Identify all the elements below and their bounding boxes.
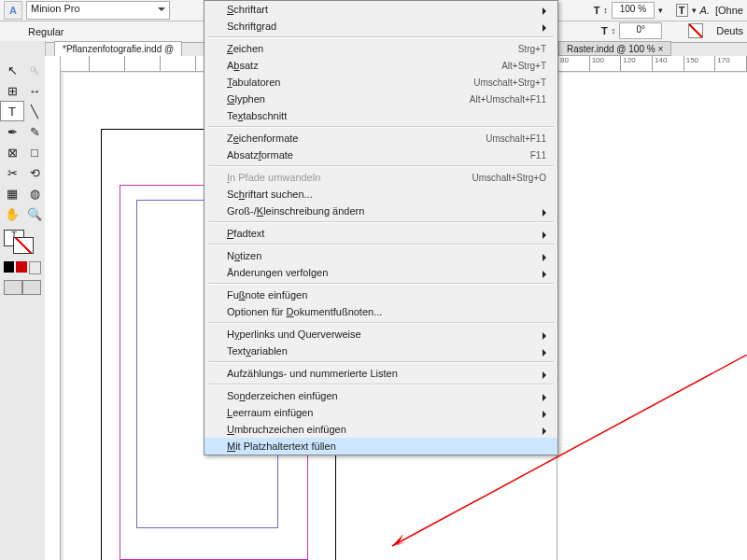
a-icon[interactable]: A bbox=[4, 1, 22, 20]
t-icon-2: T bbox=[601, 25, 608, 36]
rectangle-frame-tool[interactable]: ⊠ bbox=[0, 142, 24, 162]
right-controls-1: T ↕ 100 % ▾ T ▾ A. [Ohne bbox=[590, 0, 747, 21]
hand-tool[interactable]: ✋ bbox=[0, 203, 24, 224]
line-tool[interactable]: ╲ bbox=[22, 101, 47, 121]
menu-platzhaltertext[interactable]: Mit Platzhaltertext füllen bbox=[204, 438, 557, 455]
scale-field[interactable]: 100 % bbox=[612, 2, 655, 19]
menu-fussnote-optionen[interactable]: Optionen für Dokumentfußnoten... bbox=[204, 303, 557, 320]
fill-stroke-proxy[interactable]: T bbox=[0, 224, 45, 261]
menu-absatzformate[interactable]: AbsatzformateF11 bbox=[204, 147, 557, 163]
menu-schriftgrad[interactable]: Schriftgrad bbox=[204, 18, 557, 35]
menu-absatz[interactable]: AbsatzAlt+Strg+T bbox=[204, 57, 557, 74]
menu-hyperlinks[interactable]: Hyperlinks und Querverweise bbox=[204, 326, 557, 343]
t-icon: T bbox=[594, 5, 600, 16]
pen-tool[interactable]: ✒ bbox=[0, 121, 24, 142]
font-family-select[interactable]: Minion Pro bbox=[26, 1, 170, 20]
menu-textvariablen[interactable]: Textvariablen bbox=[204, 343, 557, 359]
pencil-tool[interactable]: ✎ bbox=[22, 121, 47, 142]
menu-aenderungen[interactable]: Änderungen verfolgen bbox=[204, 264, 557, 281]
direct-selection-tool[interactable]: ↖ bbox=[22, 60, 47, 80]
rectangle-tool[interactable]: □ bbox=[22, 142, 47, 162]
menu-textabschnitt[interactable]: Textabschnitt bbox=[204, 107, 557, 124]
menu-pfadtext[interactable]: Pfadtext bbox=[204, 225, 557, 242]
gradient-tool[interactable]: ▦ bbox=[0, 183, 24, 203]
transform-tool[interactable]: ⟲ bbox=[22, 162, 47, 183]
menu-umbruchzeichen[interactable]: Umbruchzeichen einfügen bbox=[204, 421, 557, 438]
color-apply-buttons[interactable] bbox=[0, 261, 45, 274]
tab-raster[interactable]: Raster.indd @ 100 % × bbox=[558, 41, 671, 56]
menu-fussnote[interactable]: Fußnote einfügen bbox=[204, 287, 557, 303]
type-menu: SSchriftartchriftart Schriftgrad Zeichen… bbox=[204, 0, 558, 455]
tools-panel: ↖ ↖ ⊞ ↔ T ╲ ✒ ✎ ⊠ □ ✂ ⟲ ▦ ◍ ✋ 🔍 T bbox=[0, 41, 46, 560]
gradient-feather-tool[interactable]: ◍ bbox=[22, 183, 47, 203]
selection-tool[interactable]: ↖ bbox=[0, 60, 24, 80]
scissors-tool[interactable]: ✂ bbox=[0, 162, 24, 183]
menu-sonderzeichen[interactable]: Sonderzeichen einfügen bbox=[204, 387, 557, 404]
menu-schriftart-suchen[interactable]: Schriftart suchen... bbox=[204, 186, 557, 203]
menu-zeichen[interactable]: ZeichenStrg+T bbox=[204, 40, 557, 57]
fill-swatch[interactable] bbox=[688, 23, 703, 38]
t-box-icon: T bbox=[676, 4, 688, 17]
document-canvas-2[interactable] bbox=[557, 73, 747, 560]
language-label: Deuts bbox=[716, 25, 743, 36]
menu-schriftart[interactable]: SSchriftartchriftart bbox=[204, 1, 557, 18]
menu-in-pfade: In Pfade umwandelnUmschalt+Strg+O bbox=[204, 169, 557, 186]
menu-glyphen[interactable]: GlyphenAlt+Umschalt+F11 bbox=[204, 91, 557, 107]
right-controls-2: T ↕ 0° Deuts bbox=[598, 21, 747, 41]
menu-gross-klein[interactable]: Groß-/Kleinschreibung ändern bbox=[204, 203, 557, 219]
menu-zeichenformate[interactable]: ZeichenformateUmschalt+F11 bbox=[204, 130, 557, 147]
menu-leerraum[interactable]: Leerraum einfügen bbox=[204, 404, 557, 421]
page-tool[interactable]: ⊞ bbox=[0, 80, 24, 101]
zoom-tool[interactable]: 🔍 bbox=[22, 203, 47, 224]
horizontal-ruler-2: 80100 120140 150170 bbox=[558, 56, 747, 72]
parastyle-select[interactable]: [Ohne bbox=[713, 5, 743, 16]
vertical-ruler bbox=[45, 56, 61, 560]
type-tool[interactable]: T bbox=[0, 101, 24, 121]
menu-tabulatoren[interactable]: TabulatorenUmschalt+Strg+T bbox=[204, 74, 557, 91]
a-style-icon: A. bbox=[700, 5, 710, 16]
font-style-select[interactable]: Regular bbox=[28, 26, 149, 37]
rotate-field[interactable]: 0° bbox=[619, 22, 662, 39]
gap-tool[interactable]: ↔ bbox=[22, 80, 47, 101]
menu-aufzaehlungen[interactable]: Aufzählungs- und nummerierte Listen bbox=[204, 365, 557, 382]
menu-notizen[interactable]: Notizen bbox=[204, 247, 557, 264]
view-mode-buttons[interactable] bbox=[0, 274, 45, 301]
